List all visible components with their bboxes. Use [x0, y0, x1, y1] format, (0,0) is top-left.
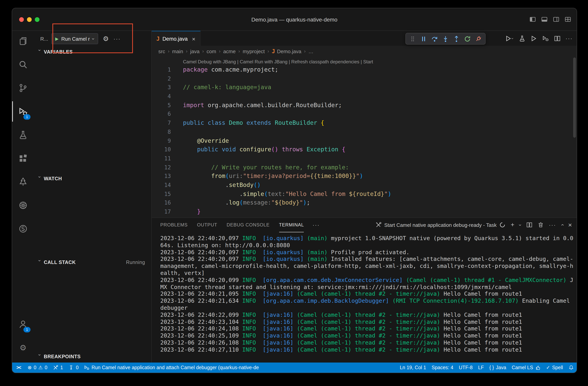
- codelens-links[interactable]: Camel Debug with JBang | Camel Run with …: [183, 58, 577, 65]
- line-content: [171, 92, 183, 101]
- camel-ls-status[interactable]: Camel LS: [509, 363, 544, 373]
- line-content: package com.acme.myproject;: [171, 65, 278, 74]
- step-over-button[interactable]: [431, 35, 438, 42]
- step-out-button[interactable]: [453, 35, 460, 42]
- breadcrumb-item[interactable]: JDemo.java: [272, 48, 301, 54]
- activity-item-source-control[interactable]: [12, 78, 34, 98]
- activity-item-testing[interactable]: [12, 125, 34, 145]
- line-content: [171, 110, 183, 119]
- breadcrumb: src›main›java›com›acme›myproject›JDemo.j…: [152, 46, 577, 57]
- toggle-panel-icon[interactable]: [541, 16, 548, 23]
- notifications-bell[interactable]: [566, 363, 577, 373]
- language-mode[interactable]: { } Java: [486, 363, 509, 373]
- activity-item-run-and-debug[interactable]: 1: [12, 101, 34, 122]
- panel-actions: Start Camel native application debug-rea…: [375, 221, 572, 228]
- panel-tab-output[interactable]: OUTPUT: [197, 218, 217, 232]
- tree-extension-icon: [18, 177, 28, 187]
- panel-more-tabs-icon[interactable]: ···: [313, 222, 320, 228]
- tasks-status[interactable]: 1: [50, 363, 66, 373]
- drag-handle-icon[interactable]: [409, 35, 416, 42]
- tab-demo-java[interactable]: J Demo.java ×: [152, 31, 200, 46]
- maximize-panel-icon[interactable]: ›: [559, 224, 565, 226]
- debug-launch-config-dropdown[interactable]: ▶ Run Camel r ›: [51, 33, 98, 44]
- terminal-line: 2023-12-06 22:40:20,097 INFO [io.quarkus…: [160, 256, 577, 263]
- encoding-setting[interactable]: UTF-8: [456, 363, 475, 373]
- chevron-down-icon: ›: [37, 49, 42, 55]
- beaker-icon[interactable]: [519, 35, 525, 42]
- breadcrumb-item[interactable]: main: [172, 48, 183, 54]
- launch-config-label: Run Camel r: [61, 36, 90, 42]
- minimize-window-button[interactable]: [27, 17, 32, 22]
- cursor-position[interactable]: Ln 19, Col 1: [397, 363, 429, 373]
- section-header-breakpoints[interactable]: ›BREAKPOINTS: [34, 351, 151, 362]
- activity-item-extensions[interactable]: [12, 148, 34, 169]
- toggle-secondary-sidebar-icon[interactable]: [553, 16, 559, 23]
- activity-item-tree-extension[interactable]: [12, 172, 34, 192]
- activity-item-wheel-extension[interactable]: [12, 195, 34, 215]
- kill-terminal-icon[interactable]: [538, 222, 544, 228]
- activity-item-s-extension[interactable]: [12, 219, 34, 239]
- terminal-profile-chevron-icon[interactable]: ›: [518, 224, 523, 226]
- line-number: 9: [152, 136, 171, 145]
- activity-item-accounts[interactable]: 1: [12, 314, 34, 334]
- panel-tab-problems[interactable]: PROBLEMS: [160, 218, 188, 232]
- debug-settings-gear-icon[interactable]: ⚙: [103, 35, 109, 42]
- section-body-watch: [34, 184, 151, 257]
- breadcrumb-item[interactable]: java: [190, 48, 200, 54]
- pause-button[interactable]: [420, 35, 427, 42]
- panel-tab-debug-console[interactable]: DEBUG CONSOLE: [227, 218, 270, 232]
- breadcrumb-item[interactable]: myproject: [243, 48, 265, 54]
- line-number: 12: [152, 163, 171, 172]
- split-editor-icon[interactable]: [554, 35, 560, 42]
- scrollbar-thumb[interactable]: [573, 58, 576, 138]
- terminal-line: debugger: [160, 305, 577, 312]
- customize-layout-icon[interactable]: [565, 16, 571, 23]
- ports-status[interactable]: 0: [66, 363, 81, 373]
- debug-status[interactable]: Run Camel native application and attach …: [81, 363, 262, 373]
- breadcrumb-item[interactable]: …: [308, 48, 313, 54]
- toggle-primary-sidebar-icon[interactable]: [529, 16, 536, 23]
- code-line: 2: [152, 74, 577, 83]
- indentation-setting[interactable]: Spaces: 4: [429, 363, 456, 373]
- zoom-window-button[interactable]: [35, 17, 40, 22]
- step-into-button[interactable]: [442, 35, 449, 42]
- terminal-line: 2023-12-06 22:40:21,095 INFO [java:16] (…: [160, 291, 577, 298]
- breadcrumb-separator-icon: ›: [304, 48, 306, 54]
- breadcrumb-item[interactable]: com: [207, 48, 216, 54]
- section-header-variables[interactable]: ›VARIABLES: [34, 46, 151, 58]
- debug-more-actions-icon[interactable]: ···: [114, 36, 121, 42]
- breadcrumb-item[interactable]: src: [158, 48, 165, 54]
- line-number: 3: [152, 83, 171, 92]
- remote-indicator[interactable]: ><: [12, 363, 25, 373]
- panel-tab-terminal[interactable]: TERMINAL: [279, 218, 304, 232]
- activity-item-explorer[interactable]: [12, 31, 34, 51]
- section-header-callstack[interactable]: ›CALL STACKRunning: [34, 257, 151, 268]
- activity-item-settings[interactable]: ⚙: [12, 338, 34, 358]
- close-panel-icon[interactable]: ×: [568, 222, 572, 228]
- restart-button[interactable]: [464, 35, 471, 42]
- section-header-watch[interactable]: ›WATCH: [34, 173, 151, 184]
- panel-more-actions-icon[interactable]: ···: [549, 222, 556, 228]
- run-or-debug-button[interactable]: ›: [505, 35, 514, 42]
- new-terminal-icon[interactable]: +: [511, 221, 514, 228]
- radio-tower-icon: [68, 365, 74, 370]
- start-debugging-icon[interactable]: ▶: [55, 36, 59, 41]
- more-actions-icon[interactable]: ···: [566, 35, 573, 42]
- close-window-button[interactable]: [19, 17, 24, 22]
- run-java-icon[interactable]: [530, 35, 537, 42]
- spell-checker-status[interactable]: ✓ Spell: [543, 363, 566, 373]
- problems-status[interactable]: ⊗ 0 ⚠ 0: [25, 363, 50, 373]
- split-terminal-icon[interactable]: [526, 222, 532, 228]
- debug-java-icon[interactable]: [542, 35, 549, 42]
- java-file-icon: J: [272, 48, 275, 54]
- close-tab-icon[interactable]: ×: [192, 36, 195, 42]
- activity-item-search[interactable]: [12, 54, 34, 75]
- terminal-output[interactable]: 2023-12-06 22:40:20,097 INFO [io.quarkus…: [152, 232, 577, 363]
- disconnect-button[interactable]: [475, 35, 482, 42]
- breadcrumb-item[interactable]: acme: [223, 48, 236, 54]
- terminal-task-item[interactable]: Start Camel native application debug-rea…: [375, 222, 506, 228]
- line-content: .log(message:"${body}");: [171, 198, 310, 207]
- eol-setting[interactable]: LF: [475, 363, 486, 373]
- code-editor[interactable]: Camel Debug with JBang | Camel Run with …: [152, 57, 577, 217]
- editor-scrollbar[interactable]: [573, 57, 577, 217]
